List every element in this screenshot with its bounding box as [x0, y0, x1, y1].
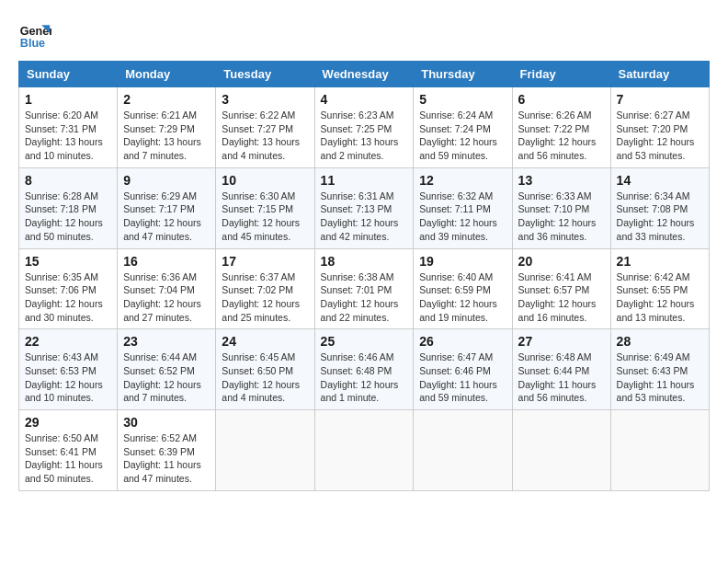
calendar-cell [414, 410, 512, 491]
day-number: 5 [419, 92, 506, 107]
day-info: Sunrise: 6:48 AMSunset: 6:44 PMDaylight:… [518, 350, 605, 405]
day-number: 3 [222, 92, 308, 107]
day-number: 23 [123, 334, 210, 349]
calendar-header-friday: Friday [512, 62, 610, 87]
calendar-cell: 9Sunrise: 6:29 AMSunset: 7:17 PMDaylight… [118, 167, 216, 248]
logo: General Blue [18, 18, 55, 52]
day-info: Sunrise: 6:35 AMSunset: 7:06 PMDaylight:… [25, 270, 111, 325]
calendar-cell: 10Sunrise: 6:30 AMSunset: 7:15 PMDayligh… [216, 167, 314, 248]
svg-text:Blue: Blue [20, 37, 45, 50]
calendar-cell [512, 410, 610, 491]
day-info: Sunrise: 6:24 AMSunset: 7:24 PMDaylight:… [419, 109, 506, 163]
day-info: Sunrise: 6:37 AMSunset: 7:02 PMDaylight:… [222, 270, 308, 325]
day-info: Sunrise: 6:34 AMSunset: 7:08 PMDaylight:… [617, 190, 703, 244]
calendar-cell: 23Sunrise: 6:44 AMSunset: 6:52 PMDayligh… [118, 329, 216, 410]
day-info: Sunrise: 6:21 AMSunset: 7:29 PMDaylight:… [123, 109, 210, 163]
day-number: 28 [617, 334, 703, 349]
day-info: Sunrise: 6:31 AMSunset: 7:13 PMDaylight:… [321, 190, 408, 244]
day-info: Sunrise: 6:33 AMSunset: 7:10 PMDaylight:… [518, 190, 605, 244]
calendar-cell: 18Sunrise: 6:38 AMSunset: 7:01 PMDayligh… [314, 248, 414, 329]
calendar-header-sunday: Sunday [19, 62, 118, 87]
day-number: 17 [222, 254, 308, 269]
calendar-cell: 16Sunrise: 6:36 AMSunset: 7:04 PMDayligh… [118, 248, 216, 329]
day-info: Sunrise: 6:41 AMSunset: 6:57 PMDaylight:… [518, 270, 605, 325]
day-number: 27 [518, 334, 605, 349]
day-number: 8 [25, 173, 111, 188]
calendar-cell: 28Sunrise: 6:49 AMSunset: 6:43 PMDayligh… [610, 329, 709, 410]
day-number: 12 [419, 173, 506, 188]
calendar-header-saturday: Saturday [610, 62, 709, 87]
day-number: 15 [25, 254, 111, 269]
day-info: Sunrise: 6:36 AMSunset: 7:04 PMDaylight:… [123, 270, 210, 325]
day-info: Sunrise: 6:40 AMSunset: 6:59 PMDaylight:… [419, 270, 506, 325]
logo-icon: General Blue [18, 18, 51, 52]
day-number: 16 [123, 254, 210, 269]
day-info: Sunrise: 6:42 AMSunset: 6:55 PMDaylight:… [617, 270, 703, 325]
day-info: Sunrise: 6:27 AMSunset: 7:20 PMDaylight:… [617, 109, 703, 163]
calendar-cell [216, 410, 314, 491]
day-info: Sunrise: 6:50 AMSunset: 6:41 PMDaylight:… [25, 431, 111, 486]
calendar-cell: 29Sunrise: 6:50 AMSunset: 6:41 PMDayligh… [19, 410, 118, 491]
day-number: 19 [419, 254, 506, 269]
day-info: Sunrise: 6:38 AMSunset: 7:01 PMDaylight:… [321, 270, 408, 325]
day-number: 21 [617, 254, 703, 269]
calendar-cell: 30Sunrise: 6:52 AMSunset: 6:39 PMDayligh… [118, 410, 216, 491]
calendar-cell: 7Sunrise: 6:27 AMSunset: 7:20 PMDaylight… [610, 87, 709, 168]
calendar-cell: 1Sunrise: 6:20 AMSunset: 7:31 PMDaylight… [19, 87, 118, 168]
day-number: 2 [123, 92, 210, 107]
calendar-week-row: 15Sunrise: 6:35 AMSunset: 7:06 PMDayligh… [19, 248, 710, 329]
calendar-cell: 11Sunrise: 6:31 AMSunset: 7:13 PMDayligh… [314, 167, 414, 248]
calendar-cell: 3Sunrise: 6:22 AMSunset: 7:27 PMDaylight… [216, 87, 314, 168]
day-number: 1 [25, 92, 111, 107]
calendar-cell: 5Sunrise: 6:24 AMSunset: 7:24 PMDaylight… [414, 87, 512, 168]
day-info: Sunrise: 6:28 AMSunset: 7:18 PMDaylight:… [25, 190, 111, 244]
day-number: 9 [123, 173, 210, 188]
calendar-cell: 2Sunrise: 6:21 AMSunset: 7:29 PMDaylight… [118, 87, 216, 168]
day-number: 18 [321, 254, 408, 269]
day-info: Sunrise: 6:20 AMSunset: 7:31 PMDaylight:… [25, 109, 111, 163]
day-number: 6 [518, 92, 605, 107]
calendar-cell: 15Sunrise: 6:35 AMSunset: 7:06 PMDayligh… [19, 248, 118, 329]
day-number: 24 [222, 334, 308, 349]
day-number: 30 [123, 415, 210, 430]
day-number: 13 [518, 173, 605, 188]
calendar-header-row: SundayMondayTuesdayWednesdayThursdayFrid… [19, 62, 710, 87]
calendar-cell: 14Sunrise: 6:34 AMSunset: 7:08 PMDayligh… [610, 167, 709, 248]
calendar-header-wednesday: Wednesday [314, 62, 414, 87]
calendar-cell [314, 410, 414, 491]
calendar-week-row: 8Sunrise: 6:28 AMSunset: 7:18 PMDaylight… [19, 167, 710, 248]
day-number: 20 [518, 254, 605, 269]
day-info: Sunrise: 6:49 AMSunset: 6:43 PMDaylight:… [617, 350, 703, 405]
calendar-cell: 21Sunrise: 6:42 AMSunset: 6:55 PMDayligh… [610, 248, 709, 329]
day-info: Sunrise: 6:47 AMSunset: 6:46 PMDaylight:… [419, 350, 506, 405]
calendar-cell: 25Sunrise: 6:46 AMSunset: 6:48 PMDayligh… [314, 329, 414, 410]
calendar-cell: 6Sunrise: 6:26 AMSunset: 7:22 PMDaylight… [512, 87, 610, 168]
day-number: 11 [321, 173, 408, 188]
calendar-week-row: 1Sunrise: 6:20 AMSunset: 7:31 PMDaylight… [19, 87, 710, 168]
day-info: Sunrise: 6:30 AMSunset: 7:15 PMDaylight:… [222, 190, 308, 244]
calendar-week-row: 22Sunrise: 6:43 AMSunset: 6:53 PMDayligh… [19, 329, 710, 410]
calendar-cell: 4Sunrise: 6:23 AMSunset: 7:25 PMDaylight… [314, 87, 414, 168]
day-info: Sunrise: 6:23 AMSunset: 7:25 PMDaylight:… [321, 109, 408, 163]
calendar-header-tuesday: Tuesday [216, 62, 314, 87]
day-info: Sunrise: 6:46 AMSunset: 6:48 PMDaylight:… [321, 350, 408, 405]
calendar-cell: 20Sunrise: 6:41 AMSunset: 6:57 PMDayligh… [512, 248, 610, 329]
day-info: Sunrise: 6:44 AMSunset: 6:52 PMDaylight:… [123, 350, 210, 405]
calendar-cell: 19Sunrise: 6:40 AMSunset: 6:59 PMDayligh… [414, 248, 512, 329]
calendar: SundayMondayTuesdayWednesdayThursdayFrid… [18, 61, 710, 491]
calendar-cell: 24Sunrise: 6:45 AMSunset: 6:50 PMDayligh… [216, 329, 314, 410]
day-number: 26 [419, 334, 506, 349]
calendar-cell: 26Sunrise: 6:47 AMSunset: 6:46 PMDayligh… [414, 329, 512, 410]
header: General Blue [18, 18, 710, 52]
day-number: 14 [617, 173, 703, 188]
day-number: 29 [25, 415, 111, 430]
calendar-cell: 27Sunrise: 6:48 AMSunset: 6:44 PMDayligh… [512, 329, 610, 410]
day-number: 10 [222, 173, 308, 188]
day-info: Sunrise: 6:43 AMSunset: 6:53 PMDaylight:… [25, 350, 111, 405]
day-info: Sunrise: 6:52 AMSunset: 6:39 PMDaylight:… [123, 431, 210, 486]
day-number: 25 [321, 334, 408, 349]
calendar-body: 1Sunrise: 6:20 AMSunset: 7:31 PMDaylight… [19, 87, 710, 491]
day-info: Sunrise: 6:22 AMSunset: 7:27 PMDaylight:… [222, 109, 308, 163]
calendar-cell: 12Sunrise: 6:32 AMSunset: 7:11 PMDayligh… [414, 167, 512, 248]
day-info: Sunrise: 6:29 AMSunset: 7:17 PMDaylight:… [123, 190, 210, 244]
